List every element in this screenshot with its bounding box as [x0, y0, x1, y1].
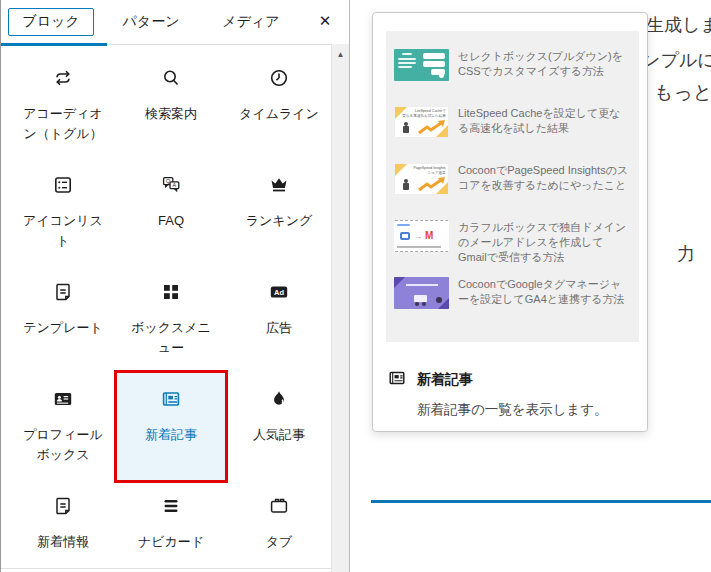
tab-patterns[interactable]: パターン — [101, 13, 201, 31]
block-editor-screen: 生成しま ンプルに もっと 力 セレクトボックス(プルダウン)をCSSでカスタマ… — [0, 0, 711, 572]
article-title: CocoonでPageSpeed Insightsのスコアを改善するためにやった… — [458, 163, 631, 220]
article-list-item: → M カラフルボックスで独自ドメインのメールアドレスを作成してGmailで受信… — [394, 220, 631, 277]
block-item-label: 人気記事 — [235, 425, 323, 445]
block-item-new-posts[interactable]: 新着記事 — [117, 373, 225, 480]
inserter-tabbar: ブロック パターン メディア ✕ — [1, 0, 349, 45]
svg-text:A: A — [173, 182, 177, 188]
document-icon — [51, 279, 75, 305]
block-item-label: ランキング — [235, 211, 323, 231]
block-item-icon-list[interactable]: アイコンリスト — [9, 159, 117, 266]
flame-icon — [267, 386, 291, 412]
editor-text-fragment: ンプルに — [642, 48, 711, 72]
block-item-label: ボックスメニュー — [127, 318, 215, 358]
article-title: セレクトボックス(プルダウン)をCSSでカスタマイズする方法 — [458, 49, 631, 106]
block-item-tab[interactable]: タブ — [225, 480, 333, 572]
tab-media[interactable]: メディア — [201, 13, 301, 31]
block-item-label: タブ — [235, 532, 323, 552]
article-thumbnail-pagespeed: PageSpeed Insights スコア改善 — [394, 163, 449, 195]
block-item-template[interactable]: テンプレート — [9, 266, 117, 373]
block-item-news[interactable]: 新着情報 — [9, 480, 117, 572]
block-inserter-panel: ブロック パターン メディア ✕ アコーディオン（トグル） — [0, 0, 350, 572]
panel-scrollbar[interactable]: ▲ — [331, 44, 349, 572]
block-item-search-guide[interactable]: 検索案内 — [117, 52, 225, 159]
block-title: 新着記事 — [417, 371, 473, 389]
block-item-label: FAQ — [127, 211, 215, 231]
block-item-label: 新着記事 — [127, 425, 215, 445]
article-title: CocoonでGoogleタグマネージャーを設定してGA4と連携する方法 — [458, 277, 631, 334]
document-icon — [51, 493, 75, 519]
editor-text-fragment: 力 — [677, 242, 695, 266]
block-item-timeline[interactable]: タイムライン — [225, 52, 333, 159]
block-item-label: テンプレート — [19, 318, 107, 338]
block-item-accordion-toggle[interactable]: アコーディオン（トグル） — [9, 52, 117, 159]
tab-icon — [267, 493, 291, 519]
search-icon — [159, 65, 183, 91]
article-thumbnail-gmail: → M — [394, 220, 449, 252]
block-item-label: アイコンリスト — [19, 211, 107, 251]
svg-text:Ad: Ad — [274, 288, 284, 297]
block-preview-popover: セレクトボックス(プルダウン)をCSSでカスタマイズする方法 LiteSpeed… — [372, 12, 648, 432]
block-item-label: ナビカード — [127, 532, 215, 552]
block-preview-render: セレクトボックス(プルダウン)をCSSでカスタマイズする方法 LiteSpeed… — [386, 31, 639, 342]
block-item-label: 検索案内 — [127, 104, 215, 124]
article-list-item: セレクトボックス(プルダウン)をCSSでカスタマイズする方法 — [394, 49, 631, 106]
block-item-label: プロフィールボックス — [19, 425, 107, 465]
block-item-nav-card[interactable]: ナビカード — [117, 480, 225, 572]
clock-icon — [267, 65, 291, 91]
article-title: LiteSpeed Cacheを設定して更なる高速化を試した結果 — [458, 106, 631, 163]
tab-blocks[interactable]: ブロック — [1, 8, 101, 36]
box-grid-icon — [159, 279, 183, 305]
panel-section-divider — [1, 568, 333, 569]
close-icon[interactable]: ✕ — [315, 11, 335, 31]
article-thumbnail-litespeed: LiteSpeed Cacheで 更なる高速化を試した結果 — [394, 106, 449, 138]
block-item-label: 広告 — [235, 318, 323, 338]
block-description: 新着記事の一覧を表示します。 — [417, 401, 639, 419]
newspaper-icon — [386, 367, 408, 393]
article-thumbnail-gtm — [394, 277, 449, 309]
arrow-icon: → — [414, 232, 422, 241]
article-list-item: LiteSpeed Cacheで 更なる高速化を試した結果 LiteSpeed … — [394, 106, 631, 163]
newspaper-icon — [159, 386, 183, 412]
block-info-footer: 新着記事 新着記事の一覧を表示します。 — [386, 367, 639, 419]
article-thumbnail-selectbox — [394, 49, 449, 81]
id-card-icon — [51, 386, 75, 412]
editor-text-fragment: 生成しま — [646, 13, 711, 37]
article-title: カラフルボックスで独自ドメインのメールアドレスを作成してGmailで受信する方法 — [458, 220, 631, 277]
blue-horizontal-rule — [371, 500, 711, 503]
block-item-faq[interactable]: Q A FAQ — [117, 159, 225, 266]
article-list-item: PageSpeed Insights スコア改善 CocoonでPageSpee… — [394, 163, 631, 220]
menu-bars-icon — [159, 493, 183, 519]
active-tab-underline — [1, 43, 107, 46]
article-list-item: CocoonでGoogleタグマネージャーを設定してGA4と連携する方法 — [394, 277, 631, 334]
block-item-box-menu[interactable]: ボックスメニュー — [117, 266, 225, 373]
block-item-label: アコーディオン（トグル） — [19, 104, 107, 144]
ad-badge-icon: Ad — [267, 279, 291, 305]
block-item-label: タイムライン — [235, 104, 323, 124]
block-item-popular-posts[interactable]: 人気記事 — [225, 373, 333, 480]
editor-text-fragment: もっと — [654, 80, 711, 106]
crown-icon — [267, 172, 291, 198]
icon-list-icon — [51, 172, 75, 198]
block-item-ad[interactable]: Ad 広告 — [225, 266, 333, 373]
block-item-profile-box[interactable]: プロフィールボックス — [9, 373, 117, 480]
gmail-m-icon: M — [425, 230, 433, 241]
accordion-toggle-icon — [51, 65, 75, 91]
block-item-label: 新着情報 — [19, 532, 107, 552]
scroll-up-icon[interactable]: ▲ — [332, 50, 349, 59]
faq-bubbles-icon: Q A — [159, 172, 183, 198]
block-grid: アコーディオン（トグル） 検索案内 タイムライン — [9, 52, 333, 572]
block-item-ranking[interactable]: ランキング — [225, 159, 333, 266]
